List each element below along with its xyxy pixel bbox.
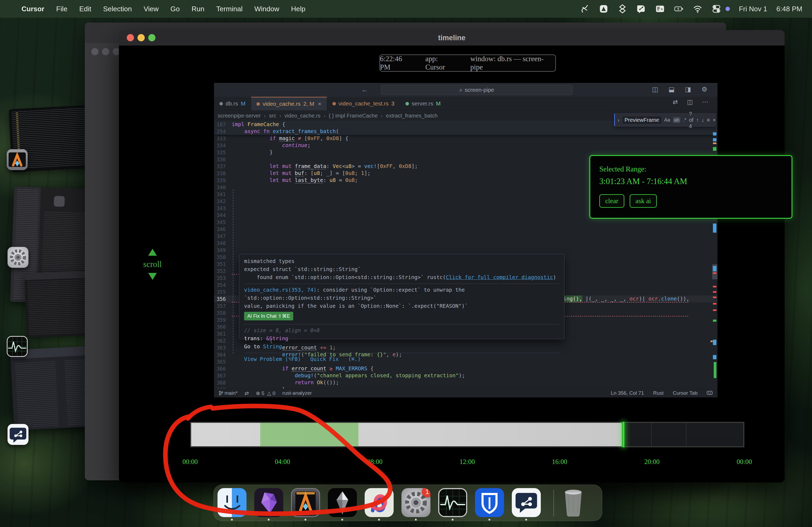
shield-triangle-icon[interactable] <box>599 4 608 14</box>
dock-freeform-app-icon[interactable] <box>365 488 394 517</box>
quick-fix-link[interactable]: Quick Fix <box>310 356 339 362</box>
menu-item-terminal[interactable]: Terminal <box>216 5 243 13</box>
code-line[interactable]: 345 <box>214 219 717 226</box>
menu-item-file[interactable]: File <box>56 5 68 13</box>
code-line[interactable]: 348 <box>214 240 717 246</box>
breadcrumb-item[interactable]: extract_frames_batch <box>386 113 437 119</box>
dock: 1 <box>214 485 602 521</box>
code-line[interactable]: 346 <box>214 226 717 232</box>
dock-trash-icon[interactable] <box>562 488 585 516</box>
menubar-date[interactable]: Fri Nov 1 <box>739 5 767 13</box>
line-number: 358 <box>214 310 232 316</box>
find-next-icon[interactable]: ↓ <box>701 117 704 123</box>
goto-string-link[interactable]: String <box>263 344 282 350</box>
copilot-robot-icon[interactable] <box>707 390 713 396</box>
code-line[interactable]: 369 } <box>214 386 717 389</box>
screenpipe-badge-icon <box>8 424 28 445</box>
recorded-region[interactable] <box>191 423 622 446</box>
breadcrumb[interactable]: screenpipe-server› src› video_cache.rs› … <box>218 110 438 121</box>
tick-label: 04:00 <box>275 458 290 466</box>
find-expand-icon[interactable]: › <box>618 117 620 123</box>
ide-layout-icons[interactable]: ◫ ⬓ ◨ ⚙ <box>652 86 712 93</box>
thumbnail-chat-left-column <box>15 361 59 428</box>
tab-label: server.rs <box>412 100 433 107</box>
selected-range-region[interactable] <box>260 423 359 446</box>
whole-word-toggle[interactable]: ab <box>673 117 680 123</box>
cursor-tab-status[interactable]: Cursor Tab <box>673 390 698 396</box>
dock-warp-terminal-icon[interactable] <box>291 488 320 517</box>
breadcrumb-item[interactable]: screenpipe-server <box>218 113 261 119</box>
timeline-scrubber[interactable] <box>190 422 744 447</box>
clear-button[interactable]: clear <box>599 194 624 208</box>
code-line[interactable]: 349 <box>214 246 717 254</box>
scroll-up-icon[interactable] <box>148 249 157 256</box>
menu-item-window[interactable]: Window <box>254 5 279 13</box>
dock-screenpipe-icon[interactable] <box>512 488 541 517</box>
regex-toggle[interactable]: .* <box>683 117 686 123</box>
menu-item-run[interactable]: Run <box>192 5 205 13</box>
match-case-toggle[interactable]: Aa <box>664 117 670 123</box>
line-number: 360 <box>214 323 232 330</box>
playhead-marker[interactable] <box>622 422 625 447</box>
sync-icon[interactable]: ⇄ <box>245 390 249 396</box>
file-location-link[interactable]: video_cache.rs(353, 74) <box>244 287 317 293</box>
branch-name[interactable]: main* <box>224 390 238 396</box>
flow-icon[interactable] <box>580 4 590 14</box>
wifi-icon[interactable] <box>693 4 702 14</box>
ide-search-value: screen-pipe <box>465 87 494 93</box>
line-number: 363 <box>214 344 232 351</box>
dock-finder-icon[interactable] <box>218 488 246 517</box>
tab-video-cache-rs[interactable]: video_cache.rs 2, M × <box>251 97 327 110</box>
code-line[interactable]: 254 async fn extract_frames_batch( <box>214 128 717 135</box>
breadcrumb-item[interactable]: video_cache.rs <box>284 113 321 119</box>
breadcrumb-item[interactable]: { } impl FrameCache <box>329 113 378 119</box>
battery-charging-icon[interactable] <box>674 4 684 14</box>
ai-fix-in-chat-button[interactable]: AI Fix In Chat ⇧⌘E <box>244 312 293 320</box>
control-center-icon[interactable] <box>712 4 721 14</box>
scroll-down-icon[interactable] <box>148 273 157 280</box>
tab-close-icon[interactable]: × <box>318 101 321 107</box>
ide-search-box[interactable]: ⌕ screen-pipe <box>381 85 573 95</box>
branch-indicator[interactable]: main* <box>219 390 238 396</box>
menu-item-edit[interactable]: Edit <box>79 5 91 13</box>
problems-errors[interactable]: ⊗ 5 △ 0 <box>256 390 276 396</box>
compiler-diagnostic-link[interactable]: Click for full compiler diagnostic <box>446 274 553 281</box>
find-widget[interactable]: › PreviewFrame Aa ab .* ? of 4 ↑ ↓ ≡ × <box>614 114 715 126</box>
code-line[interactable]: 333 if magic ≠ [0xFF, 0xD8] { <box>214 135 717 142</box>
code-line[interactable]: 334 continue; <box>214 142 717 149</box>
tab-server-rs[interactable]: server.rs M <box>400 97 446 110</box>
cursor-position[interactable]: Ln 356, Col 71 <box>611 390 644 396</box>
input-source-icon[interactable]: ⌘ <box>655 4 665 14</box>
menu-item-view[interactable]: View <box>144 5 159 13</box>
breadcrumb-item[interactable]: src <box>269 113 276 119</box>
find-in-selection-icon[interactable]: ≡ <box>707 117 710 123</box>
code-line[interactable]: 347 <box>214 232 717 240</box>
dock-prism-app-icon[interactable] <box>328 488 357 517</box>
diamonds-icon[interactable] <box>618 4 627 14</box>
dock-crystal-app-icon[interactable] <box>254 488 283 517</box>
dock-settings-icon[interactable]: 1 <box>402 488 431 517</box>
line-number: 368 <box>214 379 232 386</box>
dock-activity-monitor-icon[interactable] <box>438 488 467 517</box>
rust-analyzer-status[interactable]: rust-analyzer <box>282 390 312 396</box>
code-line[interactable]: 368 return Ok(()); <box>214 379 717 386</box>
find-prev-icon[interactable]: ↑ <box>696 117 699 123</box>
tab-actions-icons[interactable]: ⇄ ◫ ⋯ <box>673 99 712 106</box>
menu-item-selection[interactable]: Selection <box>103 5 132 13</box>
menu-item-go[interactable]: Go <box>171 5 180 13</box>
chat-nodes-icon[interactable] <box>636 4 646 14</box>
language-mode[interactable]: Rust <box>653 390 664 396</box>
dock-bitwarden-icon[interactable] <box>475 488 504 517</box>
menubar-time[interactable]: 6:48 PM <box>776 5 802 13</box>
view-problem-link[interactable]: View Problem (⌥F8) <box>244 356 301 362</box>
menu-item-help[interactable]: Help <box>291 5 305 13</box>
code-line[interactable]: 367 debug!("channel appears closed, stop… <box>214 372 717 379</box>
menu-app-name[interactable]: Cursor <box>21 5 44 13</box>
ask-ai-button[interactable]: ask ai <box>630 194 657 208</box>
dock-divider <box>553 490 554 516</box>
tab-db-rs[interactable]: db.rs M <box>214 97 251 110</box>
tab-video-cache-test-rs[interactable]: video_cache_test.rs 3 <box>327 97 400 110</box>
code-line[interactable]: 366 if error_count ≥ MAX_ERRORS { <box>214 365 717 372</box>
find-input[interactable]: PreviewFrame <box>622 116 662 124</box>
diagnostic-hover-popup[interactable]: mismatched types expected struct `std::s… <box>239 254 564 339</box>
